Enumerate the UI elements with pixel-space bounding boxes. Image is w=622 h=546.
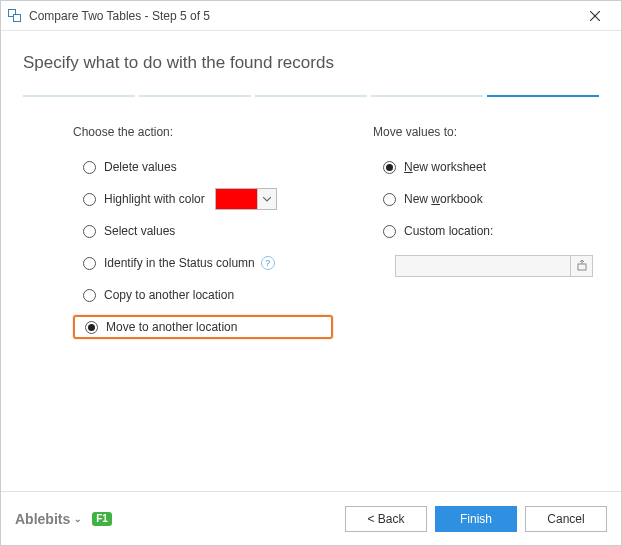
radio-icon bbox=[383, 161, 396, 174]
radio-select-values[interactable]: Select values bbox=[73, 219, 333, 243]
step-1 bbox=[23, 95, 135, 97]
radio-icon bbox=[83, 225, 96, 238]
radio-icon bbox=[83, 161, 96, 174]
radio-icon bbox=[85, 321, 98, 334]
radio-highlight-color[interactable]: Highlight with color bbox=[73, 187, 333, 211]
radio-icon bbox=[83, 193, 96, 206]
radio-icon bbox=[83, 257, 96, 270]
radio-move-location[interactable]: Move to another location bbox=[73, 315, 333, 339]
footer: Ablebits ⌄ F1 < Back Finish Cancel bbox=[1, 491, 621, 545]
window-title: Compare Two Tables - Step 5 of 5 bbox=[29, 9, 210, 23]
brand-menu[interactable]: Ablebits ⌄ bbox=[15, 511, 82, 527]
help-f1-badge[interactable]: F1 bbox=[92, 512, 112, 526]
svg-rect-1 bbox=[14, 14, 21, 21]
back-button[interactable]: < Back bbox=[345, 506, 427, 532]
radio-icon bbox=[383, 193, 396, 206]
radio-label: New workbook bbox=[404, 192, 483, 206]
radio-label: Select values bbox=[104, 224, 175, 238]
app-icon bbox=[7, 8, 23, 24]
help-icon[interactable]: ? bbox=[261, 256, 275, 270]
step-2 bbox=[139, 95, 251, 97]
action-column: Choose the action: Delete values Highlig… bbox=[73, 125, 333, 347]
radio-label: Highlight with color bbox=[104, 192, 205, 206]
page-heading: Specify what to do with the found record… bbox=[23, 53, 599, 73]
title-bar: Compare Two Tables - Step 5 of 5 bbox=[1, 1, 621, 31]
radio-identify-status[interactable]: Identify in the Status column ? bbox=[73, 251, 333, 275]
chevron-down-icon bbox=[258, 189, 276, 209]
radio-label: Custom location: bbox=[404, 224, 493, 238]
step-4 bbox=[371, 95, 483, 97]
content-area: Specify what to do with the found record… bbox=[1, 31, 621, 347]
radio-new-workbook[interactable]: New workbook bbox=[373, 187, 593, 211]
radio-new-worksheet[interactable]: New worksheet bbox=[373, 155, 593, 179]
radio-label: Move to another location bbox=[106, 320, 237, 334]
destination-column: Move values to: New worksheet New workbo… bbox=[373, 125, 593, 347]
step-5 bbox=[487, 95, 599, 97]
custom-location-row bbox=[395, 255, 593, 277]
close-icon bbox=[590, 11, 600, 21]
color-swatch bbox=[216, 189, 258, 209]
radio-label: Identify in the Status column bbox=[104, 256, 255, 270]
custom-location-input[interactable] bbox=[395, 255, 571, 277]
brand-label: Ablebits bbox=[15, 511, 70, 527]
color-picker[interactable] bbox=[215, 188, 277, 210]
svg-rect-4 bbox=[578, 264, 586, 270]
range-icon bbox=[576, 260, 588, 272]
radio-delete-values[interactable]: Delete values bbox=[73, 155, 333, 179]
radio-custom-location[interactable]: Custom location: bbox=[373, 219, 593, 243]
radio-label: Delete values bbox=[104, 160, 177, 174]
radio-label: Copy to another location bbox=[104, 288, 234, 302]
chevron-down-icon: ⌄ bbox=[74, 514, 82, 524]
close-button[interactable] bbox=[577, 2, 613, 30]
select-range-button[interactable] bbox=[571, 255, 593, 277]
radio-copy-location[interactable]: Copy to another location bbox=[73, 283, 333, 307]
action-title: Choose the action: bbox=[73, 125, 333, 139]
radio-icon bbox=[83, 289, 96, 302]
radio-label: New worksheet bbox=[404, 160, 486, 174]
radio-icon bbox=[383, 225, 396, 238]
destination-title: Move values to: bbox=[373, 125, 593, 139]
wizard-progress bbox=[23, 95, 599, 97]
step-3 bbox=[255, 95, 367, 97]
finish-button[interactable]: Finish bbox=[435, 506, 517, 532]
cancel-button[interactable]: Cancel bbox=[525, 506, 607, 532]
